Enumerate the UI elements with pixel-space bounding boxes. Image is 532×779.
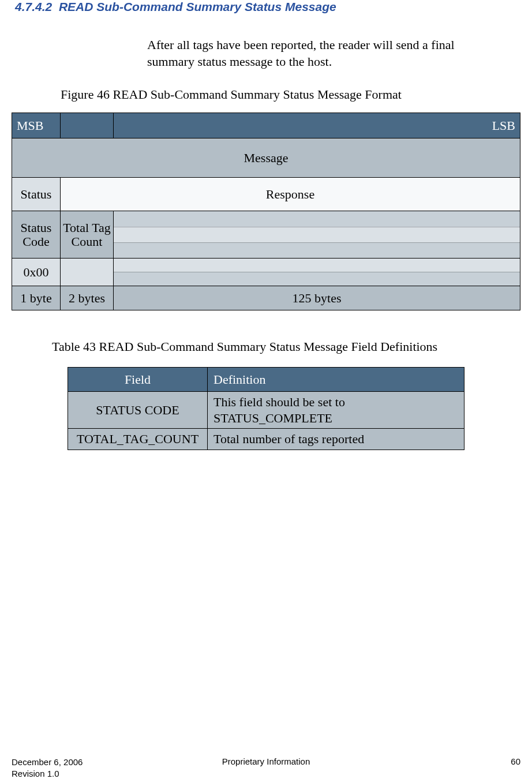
status-cell: Status bbox=[12, 178, 61, 211]
section-title-text: READ Sub-Command Summary Status Message bbox=[59, 0, 336, 13]
status-code-cell: Status Code bbox=[12, 211, 61, 259]
table-caption: Table 43 READ Sub-Command Summary Status… bbox=[52, 339, 520, 354]
value-empty-cell bbox=[61, 259, 114, 286]
size-1byte-cell: 1 byte bbox=[12, 286, 61, 310]
defs-definition-cell: Total number of tags reported bbox=[208, 429, 464, 450]
filler-cell-2 bbox=[114, 259, 520, 286]
response-cell: Response bbox=[61, 178, 520, 211]
footer-center: Proprietary Information bbox=[222, 756, 310, 766]
intro-paragraph: After all tags have been reported, the r… bbox=[147, 37, 497, 70]
section-heading: 4.7.4.2 READ Sub-Command Summary Status … bbox=[12, 0, 520, 14]
defs-field-cell: STATUS CODE bbox=[68, 392, 208, 429]
footer-date: December 6, 2006 bbox=[12, 757, 83, 767]
section-number: 4.7.4.2 bbox=[15, 0, 52, 13]
table-row: TOTAL_TAG_COUNT Total number of tags rep… bbox=[68, 429, 464, 450]
figure-caption: Figure 46 READ Sub-Command Summary Statu… bbox=[61, 87, 520, 102]
size-2bytes-cell: 2 bytes bbox=[61, 286, 114, 310]
filler-cell-1 bbox=[114, 211, 520, 259]
table-row: STATUS CODE This field should be set to … bbox=[68, 392, 464, 429]
message-cell: Message bbox=[12, 138, 520, 178]
footer-revision: Revision 1.0 bbox=[12, 769, 59, 778]
defs-head-definition: Definition bbox=[208, 368, 464, 392]
footer-page-number: 60 bbox=[310, 756, 520, 766]
value-0x00-cell: 0x00 bbox=[12, 259, 61, 286]
defs-field-cell: TOTAL_TAG_COUNT bbox=[68, 429, 208, 450]
message-format-table: MSB LSB Message Status Response Status C… bbox=[12, 113, 520, 310]
total-tag-count-cell: Total Tag Count bbox=[61, 211, 114, 259]
msb-label: MSB bbox=[12, 113, 61, 138]
defs-definition-cell: This field should be set to STATUS_COMPL… bbox=[208, 392, 464, 429]
header-spacer bbox=[61, 113, 114, 138]
lsb-label: LSB bbox=[114, 113, 520, 138]
field-definitions-table: Field Definition STATUS CODE This field … bbox=[68, 367, 464, 450]
defs-head-field: Field bbox=[68, 368, 208, 392]
size-125bytes-cell: 125 bytes bbox=[114, 286, 520, 310]
page-footer: December 6, 2006 Revision 1.0 Proprietar… bbox=[12, 756, 520, 779]
